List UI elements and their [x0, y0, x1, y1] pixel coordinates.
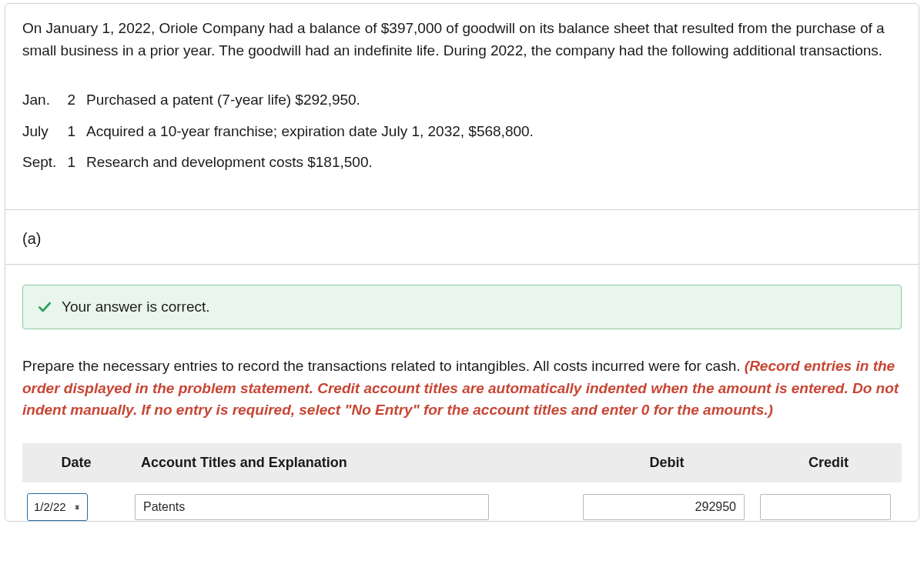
header-debit: Debit [578, 443, 755, 482]
tx-month: July [22, 116, 67, 148]
tx-month: Jan. [22, 85, 67, 116]
tx-desc: Research and development costs $181,500. [86, 147, 544, 179]
answer-area: Your answer is correct. Prepare the nece… [5, 264, 919, 522]
tx-day: 1 [67, 116, 86, 148]
instructions: Prepare the necessary entries to record … [22, 355, 902, 422]
header-date: Date [22, 443, 130, 482]
header-acct: Account Titles and Explanation [130, 443, 578, 482]
journal-entry-table: Date Account Titles and Explanation Debi… [22, 443, 902, 522]
tx-desc: Purchased a patent (7-year life) $292,95… [86, 85, 544, 116]
transaction-row: Jan. 2 Purchased a patent (7-year life) … [22, 85, 544, 116]
debit-value: 292950 [695, 498, 736, 516]
journal-row: 1/2/22 ▲▼ Patents 292950 [22, 482, 902, 522]
tx-day: 1 [67, 147, 86, 179]
check-icon [37, 299, 52, 315]
problem-statement: On January 1, 2022, Oriole Company had a… [5, 4, 919, 210]
question-card: On January 1, 2022, Oriole Company had a… [5, 3, 919, 522]
header-credit: Credit [755, 443, 902, 482]
account-title-field[interactable]: Patents [135, 494, 489, 520]
tx-month: Sept. [22, 147, 67, 179]
intro-text: On January 1, 2022, Oriole Company had a… [22, 18, 902, 62]
debit-field[interactable]: 292950 [583, 494, 745, 520]
date-value: 1/2/22 [34, 499, 66, 516]
credit-field[interactable] [760, 494, 891, 520]
transaction-row: Sept. 1 Research and development costs $… [22, 147, 544, 179]
tx-day: 2 [67, 85, 86, 116]
part-label: (a) [5, 210, 919, 264]
date-select[interactable]: 1/2/22 ▲▼ [27, 493, 88, 522]
account-title-value: Patents [143, 498, 185, 516]
tx-desc: Acquired a 10-year franchise; expiration… [86, 116, 544, 148]
correct-text: Your answer is correct. [62, 296, 210, 319]
transaction-row: July 1 Acquired a 10-year franchise; exp… [22, 116, 544, 148]
instructions-lead: Prepare the necessary entries to record … [22, 358, 745, 374]
transactions-table: Jan. 2 Purchased a patent (7-year life) … [22, 85, 544, 179]
correct-banner: Your answer is correct. [22, 285, 902, 330]
